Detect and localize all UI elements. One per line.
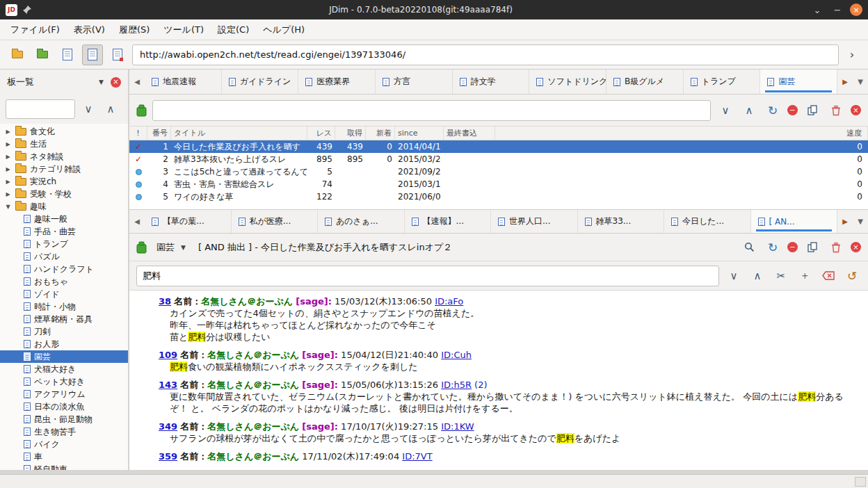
- sidebar-board-item[interactable]: お人形: [0, 338, 128, 350]
- resize-grip[interactable]: [855, 477, 866, 487]
- sidebar-board-item[interactable]: 時計・小物: [0, 300, 128, 313]
- board-tab[interactable]: 医療業界: [298, 70, 376, 94]
- menu-file[interactable]: ファイル(F): [4, 21, 66, 39]
- post-number-link[interactable]: 359: [159, 451, 177, 462]
- board-tab[interactable]: 方言: [376, 70, 453, 94]
- board-tab[interactable]: 園芸: [760, 70, 837, 94]
- threadlist-filter-input[interactable]: [152, 100, 711, 121]
- thread-tab[interactable]: 【速報】...: [405, 210, 492, 233]
- column-header[interactable]: タイトル: [171, 127, 307, 140]
- thread-tab[interactable]: [ AN...: [751, 210, 838, 233]
- post-number-link[interactable]: 38: [159, 296, 171, 307]
- board-select-dropdown[interactable]: 園芸 ▼: [152, 239, 193, 256]
- category-row[interactable]: ▼趣味: [0, 200, 128, 213]
- thread-row[interactable]: 5ワイの好きな草1222021/06/00: [129, 190, 868, 203]
- extract-button[interactable]: ✂: [772, 267, 790, 285]
- threadview-button[interactable]: [82, 44, 103, 65]
- board-tab[interactable]: 詩文学: [453, 70, 530, 94]
- sidebar-board-item[interactable]: おもちゃ: [0, 275, 128, 288]
- tab-prev-icon[interactable]: ◀: [129, 210, 145, 233]
- threadlist-button[interactable]: [57, 44, 78, 65]
- tab-next-icon[interactable]: ▶: [837, 70, 853, 94]
- sidebar-close-button[interactable]: ×: [111, 77, 121, 88]
- reload-button[interactable]: ↻: [764, 238, 782, 257]
- post-id-link[interactable]: ID:Cuh: [441, 350, 472, 360]
- sidebar-search-input[interactable]: [6, 99, 75, 119]
- thread-tab[interactable]: あのさぁ...: [318, 210, 405, 233]
- category-row[interactable]: ▶食文化: [0, 125, 128, 138]
- sidebar-board-item[interactable]: 犬猫大好き: [0, 363, 128, 375]
- board-tab[interactable]: ガイドライン: [222, 70, 299, 94]
- thread-search-input[interactable]: [136, 266, 719, 286]
- column-header[interactable]: 速度: [835, 127, 868, 140]
- imageview-button[interactable]: [107, 44, 128, 65]
- sidebar-dropdown-icon[interactable]: ▼: [96, 79, 106, 86]
- post-id-link[interactable]: ID:aFo: [435, 296, 463, 307]
- sidebar-board-item[interactable]: 刀剣: [0, 325, 128, 338]
- undo-button[interactable]: ↺: [843, 267, 861, 285]
- clear-button[interactable]: [819, 267, 837, 285]
- thread-tab[interactable]: 世界人口...: [491, 210, 578, 233]
- stop-button[interactable]: −: [787, 242, 798, 252]
- close-tab-button[interactable]: ×: [851, 242, 861, 252]
- chevron-expanded-icon[interactable]: ▼: [4, 204, 12, 210]
- post-number-link[interactable]: 109: [159, 350, 177, 360]
- copy-button[interactable]: [803, 101, 821, 120]
- sidebar-search-down-button[interactable]: ∨: [79, 100, 97, 118]
- delete-button[interactable]: [827, 101, 845, 120]
- url-input[interactable]: [132, 44, 839, 65]
- sidebar-board-item[interactable]: ペット大好き: [0, 375, 128, 388]
- thread-tab[interactable]: 【草の葉...: [145, 210, 232, 233]
- sidebar-board-item[interactable]: 車: [0, 450, 128, 463]
- sidebar-board-item[interactable]: 園芸: [0, 350, 128, 363]
- category-row[interactable]: ▶ネタ雑談: [0, 150, 128, 163]
- sidebar-board-item[interactable]: 日本の淡水魚: [0, 400, 128, 413]
- favorites-button[interactable]: [32, 44, 53, 65]
- column-header[interactable]: レス: [307, 127, 335, 140]
- chevron-collapsed-icon[interactable]: ▶: [4, 141, 12, 147]
- tab-list-dropdown-icon[interactable]: ▼: [853, 70, 868, 94]
- reload-button[interactable]: ↻: [764, 101, 782, 120]
- copy-button[interactable]: [803, 238, 821, 257]
- open-url-button[interactable]: ›: [843, 46, 861, 64]
- stop-button[interactable]: −: [787, 105, 798, 115]
- menu-tools[interactable]: ツール(T): [157, 21, 210, 39]
- sidebar-board-item[interactable]: 昆虫・節足動物: [0, 413, 128, 425]
- menu-history[interactable]: 履歴(S): [113, 21, 156, 39]
- close-window-button[interactable]: ×: [850, 3, 862, 16]
- delete-button[interactable]: [827, 238, 845, 257]
- sidebar-board-item[interactable]: バイク: [0, 438, 128, 450]
- sidebar-board-item[interactable]: 軽自動車: [0, 463, 128, 470]
- search-down-button[interactable]: ∨: [725, 267, 743, 285]
- tab-next-icon[interactable]: ▶: [837, 210, 853, 233]
- sidebar-board-item[interactable]: 手品・曲芸: [0, 225, 128, 238]
- column-header[interactable]: 取得: [335, 127, 366, 140]
- board-tab[interactable]: 地震速報: [145, 70, 222, 94]
- column-header[interactable]: !: [129, 127, 147, 140]
- post-number-link[interactable]: 349: [159, 421, 177, 432]
- column-header[interactable]: 番号: [147, 127, 171, 140]
- sidebar-board-item[interactable]: 生き物苦手: [0, 425, 128, 438]
- chevron-collapsed-icon[interactable]: ▶: [4, 166, 12, 172]
- chevron-collapsed-icon[interactable]: ▶: [4, 191, 12, 197]
- minimize-button[interactable]: −: [830, 3, 845, 17]
- category-row[interactable]: ▶生活: [0, 138, 128, 150]
- board-tab[interactable]: ソフトドリンク: [529, 70, 606, 94]
- add-term-button[interactable]: ＋: [796, 267, 814, 285]
- sidebar-search-up-button[interactable]: ∧: [102, 100, 120, 118]
- thread-row[interactable]: ✓1今日した作業及びお手入れを晒す43943902014/04/10: [129, 140, 868, 153]
- tab-prev-icon[interactable]: ◀: [129, 70, 145, 94]
- post-id-link[interactable]: ID:7VT: [402, 451, 432, 462]
- menu-help[interactable]: ヘルプ(H): [257, 21, 311, 39]
- sidebar-board-item[interactable]: パズル: [0, 250, 128, 263]
- thread-tab[interactable]: 今日した...: [664, 210, 751, 233]
- board-tab[interactable]: B級グルメ: [606, 70, 684, 94]
- chevron-collapsed-icon[interactable]: ▶: [4, 179, 12, 185]
- thread-tab[interactable]: 私が医療...: [232, 210, 319, 233]
- thread-row[interactable]: 3ここは5chと違って過疎ってるんて52021/09/20: [129, 165, 868, 178]
- sidebar-board-item[interactable]: 趣味一般: [0, 213, 128, 225]
- thread-row[interactable]: ✓2雑草33本抜いたら上げるスレ89589502015/03/20: [129, 153, 868, 165]
- category-row[interactable]: ▶カテゴリ雑談: [0, 163, 128, 175]
- category-row[interactable]: ▶受験・学校: [0, 188, 128, 200]
- sidebar-board-item[interactable]: アクアリウム: [0, 388, 128, 400]
